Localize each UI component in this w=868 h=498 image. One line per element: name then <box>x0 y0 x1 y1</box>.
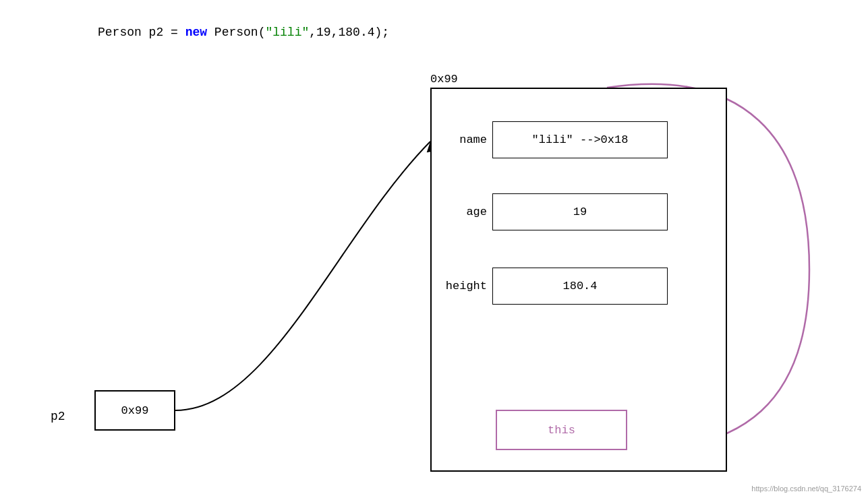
height-label: height <box>432 280 492 292</box>
code-keyword: new <box>185 26 207 39</box>
code-rest-args: ,19,180.4); <box>309 26 389 39</box>
p2-box: 0x99 <box>94 390 175 431</box>
age-value-box: 19 <box>492 193 668 230</box>
name-field-row: name "lili" -->0x18 <box>432 121 726 158</box>
canvas: Person p2 = new Person("lili",19,180.4);… <box>0 0 868 498</box>
p2-box-value: 0x99 <box>121 404 149 417</box>
height-field-row: height 180.4 <box>432 268 726 305</box>
address-label: 0x99 <box>430 73 458 86</box>
p2-label: p2 <box>51 410 65 423</box>
height-value: 180.4 <box>562 280 597 292</box>
name-value-box: "lili" -->0x18 <box>492 121 668 158</box>
name-label: name <box>432 133 492 146</box>
height-value-box: 180.4 <box>492 268 668 305</box>
age-field-row: age 19 <box>432 193 726 230</box>
code-constructor: Person( <box>207 26 265 39</box>
age-label: age <box>432 206 492 218</box>
age-value: 19 <box>573 206 587 218</box>
code-string-arg: "lili" <box>265 26 309 39</box>
this-box: this <box>496 410 627 450</box>
code-line: Person p2 = new Person("lili",19,180.4); <box>98 26 389 39</box>
object-box: name "lili" -->0x18 age 19 height 180.4 … <box>430 88 727 472</box>
this-label: this <box>548 424 575 437</box>
code-prefix: Person p2 = <box>98 26 185 39</box>
name-value: "lili" -->0x18 <box>532 133 629 146</box>
watermark: https://blog.csdn.net/qq_3176274 <box>751 485 861 493</box>
